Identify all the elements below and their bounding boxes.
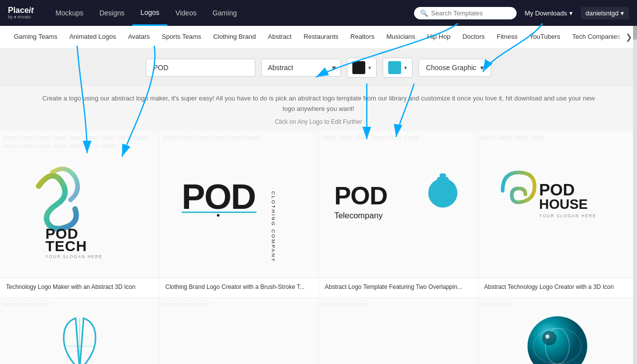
- cat-abstract[interactable]: Abstract: [262, 26, 298, 49]
- main-nav: Placeit by ♦ envato Mockups Designs Logo…: [0, 0, 637, 26]
- description-text: Create a logo using our abstract logo ma…: [0, 87, 637, 116]
- color1-swatch: [352, 61, 365, 74]
- card-8-image: placeitplaceit: [478, 298, 637, 364]
- cat-doctors[interactable]: Doctors: [456, 26, 491, 49]
- svg-text:HOUSE: HOUSE: [539, 196, 588, 212]
- svg-text:YOUR SLOGAN HERE: YOUR SLOGAN HERE: [539, 214, 597, 218]
- card-1[interactable]: placeitplaceitplaceitplaceitplaceitplace…: [0, 131, 159, 297]
- cat-clothing-brand[interactable]: Clothing Brand: [207, 26, 262, 49]
- card-2[interactable]: placeitplaceitplaceitplaceitplaceitplace…: [159, 131, 318, 297]
- card-6[interactable]: placeitplaceitplaceit: [159, 298, 318, 364]
- card-1-image: placeitplaceitplaceitplaceitplaceitplace…: [0, 131, 159, 278]
- cat-restaurants[interactable]: Restaurants: [298, 26, 344, 49]
- card-7-image: placeitplaceitplaceit: [319, 298, 478, 364]
- card-1-title: Technology Logo Maker with an Abstract 3…: [0, 278, 159, 297]
- nav-logos[interactable]: Logos: [132, 0, 167, 26]
- cat-fitness[interactable]: Fitness: [491, 26, 524, 49]
- search-icon: 🔍: [420, 9, 428, 17]
- svg-point-27: [545, 335, 549, 339]
- downloads-button[interactable]: My Downloads ▾: [525, 9, 572, 17]
- svg-text:TECH: TECH: [45, 238, 87, 254]
- card-2-image: placeitplaceitplaceitplaceitplaceitplace…: [159, 131, 318, 278]
- card-8[interactable]: placeitplaceit: [478, 298, 637, 364]
- color2-button[interactable]: ▾: [383, 58, 413, 78]
- chevron-down-icon: ▾: [404, 65, 407, 71]
- cat-animated-logos[interactable]: Animated Logos: [63, 26, 122, 49]
- chevron-down-icon: ▾: [368, 65, 371, 71]
- card-4-image: placeitplaceitplaceitplaceit POD HOUSE Y…: [478, 131, 637, 278]
- style-select[interactable]: Abstract Modern Vintage: [261, 59, 341, 77]
- card-3-image: placeitplaceitplaceitplaceitplaceitplace…: [319, 131, 478, 278]
- cat-avatars[interactable]: Avatars: [122, 26, 156, 49]
- card-6-image: placeitplaceitplaceit: [159, 298, 318, 364]
- category-bar: Gaming Teams Animated Logos Avatars Spor…: [0, 26, 637, 49]
- svg-text:POD: POD: [182, 177, 255, 216]
- nav-mockups[interactable]: Mockups: [48, 0, 92, 26]
- scrollbar[interactable]: [633, 0, 637, 364]
- style-select-wrapper: Abstract Modern Vintage ▾: [261, 59, 341, 77]
- card-3[interactable]: placeitplaceitplaceitplaceitplaceitplace…: [319, 131, 478, 297]
- svg-text:CLOTHING COMPANY: CLOTHING COMPANY: [271, 191, 276, 262]
- user-label: danielsntgd: [586, 9, 619, 17]
- color2-swatch: [388, 61, 401, 74]
- card-5-image: placeitplaceitplaceit: [0, 298, 159, 364]
- svg-text:Telecompany: Telecompany: [334, 211, 383, 220]
- svg-text:POD: POD: [334, 182, 387, 210]
- card-2-title: Clothing Brand Logo Creator with a Brush…: [159, 278, 318, 297]
- user-menu[interactable]: danielsntgd ▾: [581, 7, 630, 19]
- text-filter-input[interactable]: [146, 59, 255, 77]
- downloads-label: My Downloads: [525, 9, 567, 17]
- svg-point-26: [542, 331, 557, 346]
- color1-button[interactable]: ▾: [347, 58, 377, 78]
- card-5[interactable]: placeitplaceitplaceit: [0, 298, 159, 364]
- filter-bar: Abstract Modern Vintage ▾ ▾ ▾ Choose Gra…: [0, 49, 637, 87]
- chevron-down-icon: ▾: [480, 64, 484, 72]
- logo[interactable]: Placeit by ♦ envato: [8, 6, 34, 19]
- svg-point-23: [528, 316, 587, 364]
- cat-youtubers[interactable]: YouTubers: [524, 26, 566, 49]
- svg-rect-16: [440, 174, 446, 179]
- chevron-down-icon: ▾: [569, 9, 573, 17]
- cat-sports-teams[interactable]: Sports Teams: [156, 26, 207, 49]
- card-3-title: Abstract Logo Template Featuring Two Ove…: [319, 278, 478, 297]
- nav-designs[interactable]: Designs: [92, 0, 133, 26]
- svg-text:YOUR SLOGAN HERE: YOUR SLOGAN HERE: [45, 255, 103, 259]
- cat-musicians[interactable]: Musicians: [380, 26, 421, 49]
- choose-graphic-button[interactable]: Choose Graphic ▾: [419, 59, 491, 77]
- nav-gaming[interactable]: Gaming: [205, 0, 245, 26]
- card-4[interactable]: placeitplaceitplaceitplaceit POD HOUSE Y…: [478, 131, 637, 297]
- card-4-title: Abstract Technology Logo Creator with a …: [478, 278, 637, 297]
- cat-realtors[interactable]: Realtors: [344, 26, 380, 49]
- nav-search: 🔍: [414, 7, 517, 19]
- choose-graphic-label: Choose Graphic: [426, 64, 476, 72]
- nav-links: Mockups Designs Logos Videos Gaming: [48, 0, 415, 26]
- click-hint: Click on Any Logo to Edit Further: [0, 116, 637, 127]
- card-7[interactable]: placeitplaceitplaceit: [319, 298, 478, 364]
- category-list: Gaming Teams Animated Logos Avatars Spor…: [8, 26, 629, 49]
- logo-grid: placeitplaceitplaceitplaceitplaceitplace…: [0, 131, 637, 364]
- svg-text:POD: POD: [539, 181, 575, 199]
- cat-tech-companies[interactable]: Tech Companies: [566, 26, 627, 49]
- search-input[interactable]: [431, 9, 511, 17]
- nav-videos[interactable]: Videos: [167, 0, 205, 26]
- cat-hip-hop[interactable]: Hip Hop: [421, 26, 456, 49]
- svg-point-12: [217, 214, 219, 217]
- chevron-down-icon: ▾: [621, 9, 624, 17]
- cat-gaming-teams[interactable]: Gaming Teams: [8, 26, 63, 49]
